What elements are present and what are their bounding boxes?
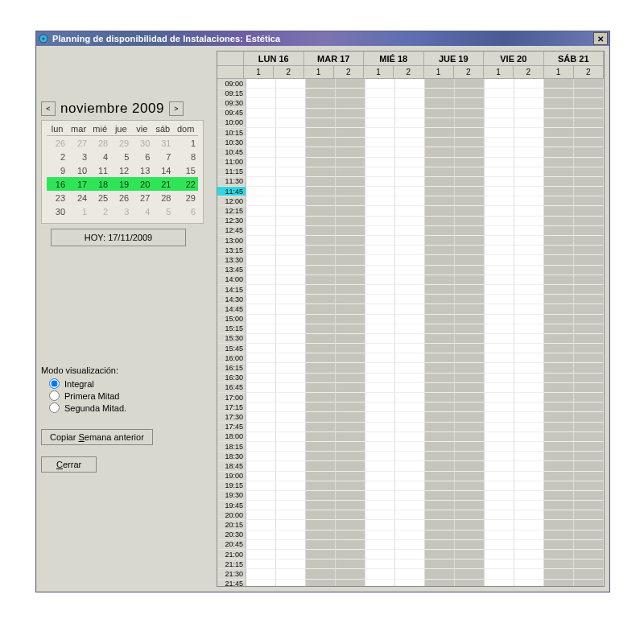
time-slot[interactable] [365, 520, 395, 530]
time-slot[interactable] [544, 118, 574, 128]
time-slot[interactable] [544, 452, 574, 461]
time-slot[interactable] [306, 315, 336, 324]
time-slot[interactable] [246, 510, 276, 520]
time-slot[interactable] [336, 266, 365, 275]
time-slot[interactable] [455, 187, 485, 196]
time-slot[interactable] [395, 423, 425, 432]
time-slot[interactable] [306, 236, 336, 246]
time-slot[interactable] [455, 334, 485, 344]
time-slot[interactable] [544, 580, 574, 586]
time-slot[interactable] [395, 167, 425, 177]
time-slot[interactable] [246, 138, 276, 147]
time-label[interactable]: 14:45 [217, 304, 246, 314]
time-slot[interactable] [514, 285, 544, 295]
sub-header[interactable]: 1 [364, 66, 394, 79]
time-slot[interactable] [485, 393, 514, 402]
time-slot[interactable] [485, 266, 514, 275]
time-slot[interactable] [365, 501, 395, 510]
time-slot[interactable] [574, 324, 604, 334]
time-slot[interactable] [514, 147, 544, 157]
time-slot[interactable] [455, 432, 485, 442]
time-label[interactable]: 17:00 [217, 393, 246, 402]
calendar-day[interactable]: 30 [47, 204, 68, 218]
time-slot[interactable] [365, 580, 395, 586]
time-slot[interactable] [336, 412, 365, 422]
time-slot[interactable] [425, 432, 455, 442]
time-slot[interactable] [574, 226, 604, 236]
time-slot[interactable] [485, 383, 514, 393]
time-slot[interactable] [455, 383, 485, 393]
time-slot[interactable] [246, 461, 276, 471]
time-slot[interactable] [395, 580, 425, 586]
calendar-day[interactable]: 24 [68, 191, 89, 204]
time-slot[interactable] [485, 452, 514, 461]
time-slot[interactable] [365, 285, 395, 295]
time-label[interactable]: 15:00 [217, 315, 246, 324]
time-slot[interactable] [485, 236, 514, 246]
time-slot[interactable] [246, 118, 276, 128]
time-slot[interactable] [336, 530, 365, 540]
time-slot[interactable] [306, 383, 336, 393]
time-slot[interactable] [574, 569, 604, 579]
time-slot[interactable] [306, 550, 336, 559]
time-slot[interactable] [574, 530, 604, 540]
time-slot[interactable] [514, 109, 544, 118]
calendar-day[interactable]: 31 [152, 136, 173, 151]
time-slot[interactable] [336, 432, 365, 442]
time-slot[interactable] [485, 569, 514, 579]
time-slot[interactable] [395, 569, 425, 579]
time-slot[interactable] [336, 580, 365, 586]
calendar-day[interactable]: 26 [110, 191, 131, 204]
time-slot[interactable] [514, 79, 544, 89]
time-slot[interactable] [336, 217, 365, 226]
time-slot[interactable] [425, 79, 455, 89]
time-slot[interactable] [365, 402, 395, 412]
time-slot[interactable] [365, 118, 395, 128]
time-slot[interactable] [544, 285, 574, 295]
calendar-day[interactable]: 19 [110, 177, 131, 191]
time-slot[interactable] [425, 520, 455, 530]
time-slot[interactable] [514, 89, 544, 98]
time-slot[interactable] [425, 402, 455, 412]
time-slot[interactable] [395, 177, 425, 187]
calendar-day[interactable]: 1 [68, 204, 89, 218]
time-slot[interactable] [514, 510, 544, 520]
time-slot[interactable] [514, 344, 544, 353]
time-label[interactable]: 20:45 [217, 540, 246, 550]
calendar-day[interactable]: 21 [152, 177, 173, 191]
time-slot[interactable] [574, 481, 604, 491]
time-slot[interactable] [574, 510, 604, 520]
time-slot[interactable] [455, 569, 485, 579]
time-slot[interactable] [425, 206, 455, 216]
time-slot[interactable] [485, 402, 514, 412]
time-label[interactable]: 19:00 [217, 472, 246, 481]
time-slot[interactable] [306, 275, 336, 285]
time-slot[interactable] [306, 226, 336, 236]
time-slot[interactable] [306, 334, 336, 344]
time-slot[interactable] [276, 275, 306, 285]
time-label[interactable]: 21:15 [217, 559, 246, 569]
time-slot[interactable] [246, 481, 276, 491]
time-slot[interactable] [455, 550, 485, 559]
time-slot[interactable] [455, 491, 485, 501]
time-slot[interactable] [246, 550, 276, 559]
time-slot[interactable] [514, 412, 544, 422]
time-slot[interactable] [276, 461, 306, 471]
time-slot[interactable] [336, 452, 365, 461]
time-slot[interactable] [544, 295, 574, 304]
time-slot[interactable] [365, 217, 395, 226]
time-slot[interactable] [514, 461, 544, 471]
time-slot[interactable] [306, 374, 336, 383]
time-slot[interactable] [485, 246, 514, 255]
time-slot[interactable] [246, 255, 276, 265]
time-slot[interactable] [574, 89, 604, 98]
time-slot[interactable] [306, 540, 336, 550]
time-slot[interactable] [485, 98, 514, 108]
time-slot[interactable] [336, 187, 365, 196]
time-slot[interactable] [246, 196, 276, 206]
time-slot[interactable] [336, 383, 365, 393]
calendar-day[interactable]: 28 [89, 136, 110, 151]
calendar-day[interactable]: 29 [173, 191, 198, 204]
time-slot[interactable] [485, 138, 514, 147]
time-slot[interactable] [246, 432, 276, 442]
